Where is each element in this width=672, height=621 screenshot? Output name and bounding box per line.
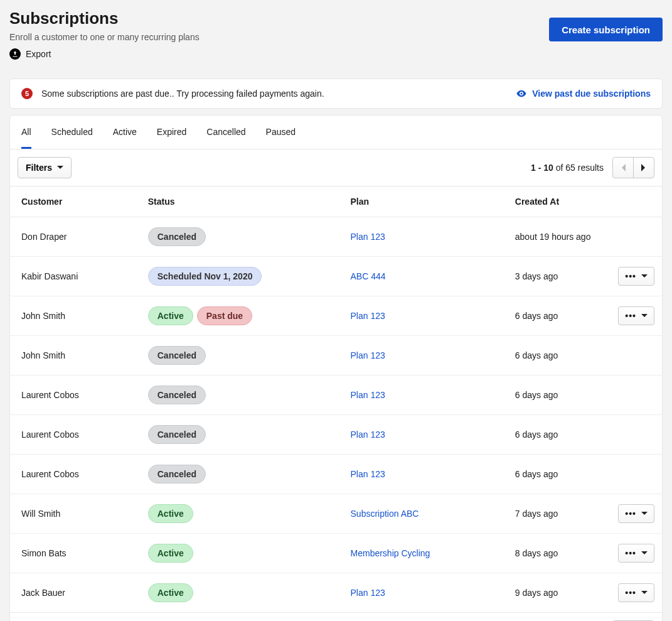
plan-link[interactable]: Plan 123 <box>351 469 385 479</box>
cell-customer: Jack Bauer <box>10 573 137 613</box>
chevron-down-icon <box>641 313 648 319</box>
cell-status: Active <box>137 534 339 573</box>
tab-cancelled[interactable]: Cancelled <box>206 116 245 149</box>
table-row: Jack BauerActivePlan 1239 days ago••• <box>10 573 662 613</box>
cell-plan: ABC 444 <box>339 257 504 296</box>
cell-actions <box>605 415 662 455</box>
page-title: Subscriptions <box>9 9 200 28</box>
cell-status: Active <box>137 573 339 613</box>
cell-plan: Plan 123 <box>339 336 504 375</box>
tabs: AllScheduledActiveExpiredCancelledPaused <box>10 116 662 149</box>
table-row: Don DraperCanceledPlan 123about 19 hours… <box>10 217 662 257</box>
cell-created: 6 days ago <box>504 455 605 494</box>
plan-link[interactable]: Membership Cycling <box>351 548 430 558</box>
ellipsis-icon: ••• <box>625 588 636 598</box>
status-badge-active: Active <box>148 504 193 523</box>
plan-link[interactable]: Plan 123 <box>351 311 385 321</box>
ellipsis-icon: ••• <box>625 509 636 519</box>
cell-actions <box>605 455 662 494</box>
row-actions-button[interactable]: ••• <box>618 267 654 286</box>
cell-plan: Plan 123 <box>339 455 504 494</box>
cell-created: 3 days ago <box>504 257 605 296</box>
next-page-button[interactable] <box>633 157 654 178</box>
cell-plan: Plan 123 <box>339 415 504 455</box>
cell-created: 6 days ago <box>504 336 605 375</box>
row-actions-button[interactable]: ••• <box>618 306 654 325</box>
status-badge-active: Active <box>148 583 193 602</box>
cell-status: Canceled <box>137 375 339 415</box>
alert-link-label: View past due subscriptions <box>532 89 651 99</box>
status-badge-canceled: Canceled <box>148 425 206 444</box>
cell-customer: Will Smith <box>10 494 137 534</box>
cell-customer: Laurent Cobos <box>10 455 137 494</box>
cell-status: Scheduled Nov 1, 2020 <box>137 257 339 296</box>
status-badge-canceled: Canceled <box>148 346 206 365</box>
plan-link[interactable]: Subscription ABC <box>351 509 419 519</box>
alert-message: Some subscriptions are past due.. Try pr… <box>41 89 324 99</box>
cell-customer: Laurent Cobos <box>10 415 137 455</box>
table-row: Laurent CobosCanceledPlan 1236 days ago <box>10 415 662 455</box>
tab-active[interactable]: Active <box>113 116 137 149</box>
tab-scheduled[interactable]: Scheduled <box>51 116 93 149</box>
ellipsis-icon: ••• <box>625 311 636 321</box>
cell-created: 9 days ago <box>504 573 605 613</box>
status-badge-pastdue: Past due <box>197 306 252 325</box>
table-row: John SmithCanceledPlan 1236 days ago <box>10 336 662 375</box>
filters-label: Filters <box>26 163 52 173</box>
tab-all[interactable]: All <box>21 116 31 149</box>
filters-button[interactable]: Filters <box>18 157 72 178</box>
plan-link[interactable]: ABC 444 <box>351 271 386 281</box>
create-subscription-button[interactable]: Create subscription <box>549 18 663 41</box>
table-row: Laurent CobosCanceledPlan 1236 days ago <box>10 455 662 494</box>
cell-plan: Plan 123 <box>339 573 504 613</box>
cell-actions: ••• <box>605 534 662 573</box>
view-past-due-link[interactable]: View past due subscriptions <box>516 88 651 99</box>
plan-link[interactable]: Plan 123 <box>351 429 385 440</box>
export-button[interactable]: Export <box>9 48 51 60</box>
cell-plan: Subscription ABC <box>339 494 504 534</box>
ellipsis-icon: ••• <box>625 271 636 281</box>
status-badge-scheduled: Scheduled Nov 1, 2020 <box>148 267 262 286</box>
table-row: Kabir DaswaniScheduled Nov 1, 2020ABC 44… <box>10 257 662 296</box>
cell-created: 8 days ago <box>504 534 605 573</box>
eye-icon <box>516 88 527 99</box>
cell-plan: Plan 123 <box>339 296 504 336</box>
plan-link[interactable]: Plan 123 <box>351 232 385 242</box>
status-badge-canceled: Canceled <box>148 227 206 246</box>
tab-expired[interactable]: Expired <box>157 116 186 149</box>
table-row: John SmithActivePast duePlan 1236 days a… <box>10 296 662 336</box>
status-badge-canceled: Canceled <box>148 465 206 483</box>
plan-link[interactable]: Plan 123 <box>351 588 385 598</box>
tab-paused[interactable]: Paused <box>266 116 296 149</box>
subscriptions-table: Customer Status Plan Created At Don Drap… <box>10 186 662 613</box>
cell-status: Canceled <box>137 415 339 455</box>
cell-plan: Membership Cycling <box>339 534 504 573</box>
status-badge-canceled: Canceled <box>148 386 206 404</box>
ellipsis-icon: ••• <box>625 548 636 558</box>
chevron-down-icon <box>641 273 648 279</box>
row-actions-button[interactable]: ••• <box>618 583 654 602</box>
cell-plan: Plan 123 <box>339 375 504 415</box>
cell-customer: John Smith <box>10 336 137 375</box>
cell-actions <box>605 336 662 375</box>
cell-status: Canceled <box>137 217 339 257</box>
cell-actions: ••• <box>605 573 662 613</box>
cell-status: Active <box>137 494 339 534</box>
export-label: Export <box>26 49 51 59</box>
col-header-plan: Plan <box>339 186 504 217</box>
prev-page-button[interactable] <box>612 157 634 178</box>
row-actions-button[interactable]: ••• <box>618 504 654 523</box>
cell-actions: ••• <box>605 257 662 296</box>
row-actions-button[interactable]: ••• <box>618 544 654 563</box>
upload-icon <box>9 48 21 60</box>
chevron-down-icon <box>641 590 648 596</box>
plan-link[interactable]: Plan 123 <box>351 390 385 400</box>
col-header-status: Status <box>137 186 339 217</box>
past-due-count-badge: 5 <box>21 88 33 99</box>
cell-created: 7 days ago <box>504 494 605 534</box>
table-row: Will SmithActiveSubscription ABC7 days a… <box>10 494 662 534</box>
cell-status: Canceled <box>137 336 339 375</box>
status-badge-active: Active <box>148 306 193 325</box>
plan-link[interactable]: Plan 123 <box>351 350 385 360</box>
table-row: Laurent CobosCanceledPlan 1236 days ago <box>10 375 662 415</box>
